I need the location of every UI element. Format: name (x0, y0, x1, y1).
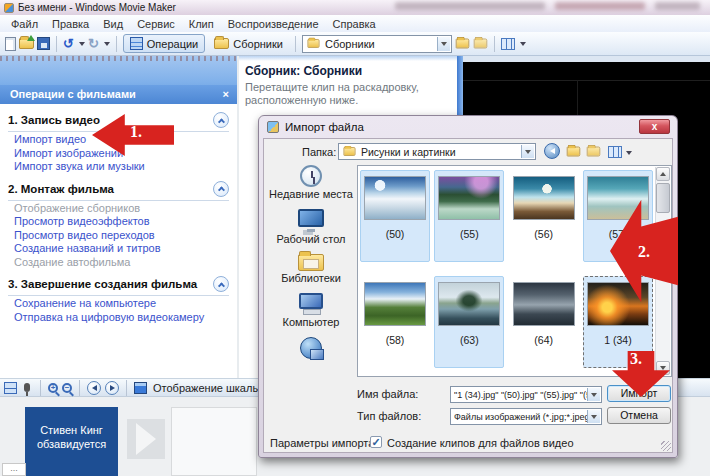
zoom-out-icon[interactable]: − (62, 383, 72, 393)
toolbar-separator (116, 36, 117, 52)
redo-dropdown-icon[interactable] (104, 42, 110, 46)
thumbnail-label: (58) (361, 334, 429, 346)
combobox-arrow-icon[interactable] (587, 410, 600, 423)
file-thumbnail-56[interactable]: (56) (509, 170, 579, 262)
views-dropdown-icon[interactable] (626, 151, 632, 155)
undo-dropdown-icon[interactable] (79, 42, 85, 46)
dialog-client-area: Папка: Рисунки и картинки Недавние места (263, 138, 673, 453)
cancel-button[interactable]: Отмена (607, 407, 671, 424)
task-link-save-to-computer[interactable]: Сохранение на компьютере (14, 298, 237, 310)
menu-file[interactable]: Файл (4, 18, 45, 30)
combobox-arrow-icon[interactable] (437, 37, 450, 51)
import-options-row: Параметры импорта: ✓ Создание клипов для… (264, 435, 672, 452)
place-libraries[interactable]: Библиотеки (266, 254, 356, 284)
menu-tools[interactable]: Сервис (130, 18, 182, 30)
desktop-icon (298, 209, 324, 227)
collections-button-label: Сборники (233, 38, 283, 50)
place-label: Библиотеки (266, 271, 356, 284)
views-dropdown-icon[interactable] (520, 42, 526, 46)
new-project-icon[interactable] (5, 37, 16, 51)
task-link-import-audio[interactable]: Импорт звука или музыки (14, 161, 237, 173)
file-name-value: "1 (34).jpg" "(50).jpg" "(55).jpg" "(57)… (454, 390, 598, 400)
storyboard-empty-cell[interactable] (171, 407, 257, 476)
file-thumbnail-63[interactable]: (63) (434, 276, 504, 368)
views-icon[interactable] (501, 38, 515, 50)
background-window-blur (655, 2, 700, 10)
menu-playback[interactable]: Воспроизведение (221, 18, 326, 30)
section-edit-movie-header[interactable]: 2. Монтаж фильма (8, 181, 229, 201)
undo-icon[interactable]: ↺ (63, 37, 74, 50)
storyboard-icon[interactable] (4, 382, 17, 394)
recent-places-icon (300, 165, 322, 187)
task-link-view-effects[interactable]: Просмотр видеоэффектов (14, 216, 237, 228)
toolbar-separator (56, 36, 57, 52)
place-computer[interactable]: Компьютер (266, 293, 356, 328)
new-collection-icon[interactable] (474, 39, 488, 49)
background-window-blur (555, 2, 645, 10)
dialog-title-bar[interactable]: Импорт файла x (259, 116, 677, 138)
file-name-label: Имя файла: (357, 388, 418, 400)
monitor-top-strip (463, 56, 710, 62)
task-link-automovie[interactable]: Создание автофильма (14, 257, 237, 269)
file-thumbnail-58[interactable]: (58) (360, 276, 430, 368)
thumbnail-image (513, 176, 575, 220)
task-link-send-to-camera[interactable]: Отправка на цифровую видеокамеру (14, 312, 237, 324)
views-button[interactable] (608, 146, 622, 158)
toolbar-separator (126, 380, 127, 396)
play-icon[interactable] (105, 381, 119, 395)
close-icon[interactable]: × (223, 85, 229, 104)
resize-grip[interactable] (661, 441, 671, 451)
new-folder-button[interactable] (587, 147, 601, 157)
transition-cell[interactable] (127, 419, 165, 459)
menu-clip[interactable]: Клип (182, 18, 221, 30)
dialog-close-button[interactable]: x (639, 119, 670, 134)
task-link-view-transitions[interactable]: Просмотр видео переходов (14, 230, 237, 242)
thumbnail-image (364, 282, 426, 326)
task-link-import-images[interactable]: Импорт изображений (14, 148, 237, 160)
task-link-show-collections[interactable]: Отображение сборников (14, 203, 237, 215)
scrollbar-thumb[interactable] (656, 183, 670, 213)
back-button[interactable] (544, 143, 560, 159)
storyboard-title-clip[interactable]: Стивен Кинг обзавидуется (25, 407, 118, 476)
collections-toggle-button[interactable]: Сборники (208, 34, 289, 53)
open-project-icon[interactable] (19, 38, 34, 49)
up-one-level-icon[interactable] (456, 39, 470, 49)
up-one-level-button[interactable] (567, 147, 581, 157)
file-name-combobox[interactable]: "1 (34).jpg" "(50).jpg" "(55).jpg" "(57)… (450, 386, 602, 403)
save-project-icon[interactable] (37, 37, 50, 50)
collapse-icon[interactable] (213, 276, 229, 292)
place-desktop[interactable]: Рабочий стол (266, 209, 356, 245)
menu-edit[interactable]: Правка (45, 18, 96, 30)
file-thumbnail-55[interactable]: (55) (434, 170, 504, 262)
section-finish-movie: 3. Завершение создания фильма Сохранение… (0, 276, 237, 323)
file-type-combobox[interactable]: Файлы изображений (*.jpg;*.jpeg;*.jpe;*.… (450, 408, 602, 425)
combobox-arrow-icon[interactable] (587, 388, 600, 401)
redo-icon[interactable]: ↻ (88, 37, 99, 50)
create-clips-checkbox[interactable]: ✓ (370, 436, 382, 448)
rewind-icon[interactable] (87, 381, 101, 395)
file-type-label: Тип файлов: (357, 410, 421, 422)
section-finish-movie-header[interactable]: 3. Завершение создания фильма (8, 276, 229, 296)
collapse-icon[interactable] (213, 181, 229, 197)
file-thumbnail-64[interactable]: (64) (509, 276, 579, 368)
title-clip-text: обзавидуется (25, 437, 118, 451)
menu-view[interactable]: Вид (96, 18, 130, 30)
tasks-toggle-button[interactable]: Операции (123, 34, 205, 53)
menu-help[interactable]: Справка (326, 18, 383, 30)
place-network[interactable] (266, 337, 356, 359)
narration-mic-icon[interactable] (24, 383, 30, 392)
combobox-arrow-icon[interactable] (521, 145, 534, 158)
window-title-bar[interactable]: Без имени - Windows Movie Maker (0, 0, 710, 15)
collapse-icon[interactable] (213, 112, 229, 128)
place-recent[interactable]: Недавние места (266, 165, 356, 200)
task-link-make-titles[interactable]: Создание названий и титров (14, 243, 237, 255)
thumbnail-image (364, 176, 426, 220)
import-file-dialog: Импорт файла x Папка: Рисунки и картинки (258, 115, 678, 458)
scroll-up-icon[interactable] (656, 167, 670, 181)
thumbnail-label: 1 (34) (584, 334, 652, 346)
create-clips-label: Создание клипов для файлов видео (387, 437, 574, 449)
collection-selector-combobox[interactable]: Сборники (302, 35, 452, 53)
zoom-in-icon[interactable]: + (48, 383, 58, 393)
folder-combobox[interactable]: Рисунки и картинки (338, 143, 536, 160)
file-thumbnail-50[interactable]: (50) (360, 170, 430, 262)
